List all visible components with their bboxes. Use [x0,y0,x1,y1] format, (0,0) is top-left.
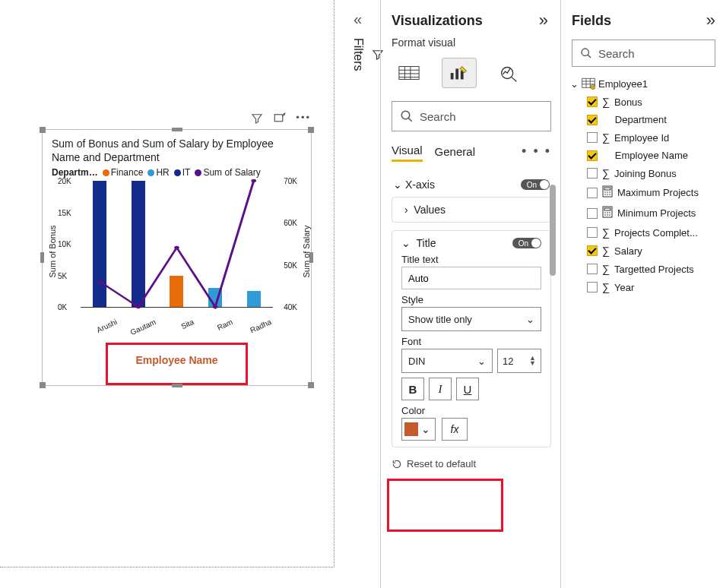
toggle-title[interactable]: On [512,238,541,248]
filters-label: Filters [351,38,365,71]
build-visual-tab-icon[interactable] [392,58,427,88]
svg-rect-12 [451,73,454,79]
collapse-panes-icon[interactable]: « [354,11,362,28]
svg-point-39 [609,212,610,213]
fields-table-row[interactable]: ⌄ Employee1 [561,74,723,93]
sigma-icon: ∑ [602,245,610,257]
select-style[interactable]: Show title only ⌄ [401,307,541,331]
select-font-family[interactable]: DIN ⌄ [401,349,493,373]
expand-pane-icon[interactable]: » [706,11,715,30]
label-title-text: Title text [401,254,541,265]
ytick: 5K [58,271,67,280]
chart-visual-container[interactable]: ••• Sum of Bonus and Sum of Salary by Em… [42,129,312,386]
sigma-icon: ∑ [602,96,610,108]
field-checkbox[interactable] [587,264,598,274]
toggle-x-axis[interactable]: On [521,179,550,190]
more-options-icon[interactable]: ••• [296,112,311,128]
field-item[interactable]: Department [561,111,723,128]
viz-pane-subtitle: Format visual [381,36,559,55]
field-checkbox[interactable] [587,132,598,143]
filter-icon[interactable] [250,112,264,128]
table-name: Employee1 [598,78,648,90]
field-checkbox[interactable] [587,227,598,238]
field-item[interactable]: ∑Targetted Projects [561,260,723,278]
field-checkbox[interactable] [587,96,598,107]
svg-point-38 [607,212,608,213]
group-x-axis[interactable]: ⌄ X-axis On [392,172,551,197]
field-label: Projects Complet... [614,227,698,239]
analytics-tab-icon[interactable] [492,58,527,88]
subgroup-title-header[interactable]: ⌄ Title On [401,237,541,249]
sigma-icon: ∑ [602,263,610,275]
search-placeholder: Search [420,110,456,123]
resize-handle[interactable] [308,127,314,133]
ytick: 70K [284,177,297,185]
viz-search-input[interactable]: Search [392,101,551,131]
color-picker[interactable]: ⌄ [401,418,436,441]
field-label: Year [614,282,634,293]
field-checkbox[interactable] [587,115,598,125]
field-item[interactable]: Maximum Projects [561,182,723,203]
field-item[interactable]: ∑Joining Bonus [561,164,723,182]
subgroup-label: Values [414,204,446,216]
field-label: Minimum Projects [617,207,696,219]
field-item[interactable]: ∑Projects Complet... [561,223,723,242]
fields-search-input[interactable]: Search [572,40,715,67]
field-label: Employee Id [614,132,669,144]
input-title-text[interactable] [401,267,541,289]
legend-swatch-it [174,169,181,176]
resize-handle[interactable] [40,382,46,388]
resize-handle[interactable] [40,127,46,133]
input-font-size[interactable]: 12 ▲▼ [497,349,541,373]
fields-pane: Fields » Search ⌄ Employee1 ∑Bonus Depar… [560,0,723,588]
field-checkbox[interactable] [587,168,598,179]
viz-scrollbar[interactable] [550,185,556,466]
underline-button[interactable]: U [456,378,479,400]
reset-to-default[interactable]: Reset to default [392,458,551,469]
expand-pane-icon[interactable]: » [539,11,548,30]
resize-handle[interactable] [172,384,182,387]
table-icon [582,77,595,90]
reset-icon [392,459,402,469]
label-font: Font [401,336,541,347]
ytick: 40K [284,303,297,311]
field-checkbox[interactable] [587,188,598,198]
chevron-down-icon: ⌄ [421,423,430,435]
field-item[interactable]: Employee Name [561,147,723,164]
legend-swatch-salary [195,169,201,176]
report-canvas[interactable]: ••• Sum of Bonus and Sum of Salary by Em… [0,0,335,567]
field-checkbox[interactable] [587,282,598,292]
subgroup-values[interactable]: › Values [392,197,551,223]
chevron-right-icon: › [404,204,408,216]
bold-button[interactable]: B [401,378,424,400]
resize-handle[interactable] [308,382,314,388]
ytick: 10K [58,240,71,248]
tab-visual[interactable]: Visual [392,141,423,162]
resize-handle[interactable] [172,128,182,131]
svg-line-16 [512,77,517,82]
field-item[interactable]: ∑Year [561,278,723,296]
field-checkbox[interactable] [587,150,598,161]
resize-handle[interactable] [40,252,44,263]
search-icon [400,109,414,123]
color-fx-button[interactable]: fx [442,418,468,441]
field-item[interactable]: ∑Bonus [561,93,723,111]
svg-point-33 [607,194,608,195]
step-down-icon[interactable]: ▼ [529,361,536,366]
chart-plot: Sum of Bonus Sum of Salary 20K 15K 10K 5… [52,181,302,321]
field-item[interactable]: Minimum Projects [561,203,723,223]
field-checkbox[interactable] [587,245,598,256]
italic-button[interactable]: I [429,378,452,400]
field-checkbox[interactable] [587,208,598,219]
svg-point-37 [604,212,606,213]
svg-point-2 [136,305,141,308]
chart-title: Sum of Bonus and Sum of Salary by Employ… [43,130,311,166]
chevron-down-icon: ⌄ [477,356,486,367]
format-visual-tab-icon[interactable] [442,58,477,88]
field-item[interactable]: ∑Salary [561,242,723,260]
chevron-down-icon: ⌄ [401,237,411,249]
focus-mode-icon[interactable] [273,112,287,128]
field-item[interactable]: ∑Employee Id [561,128,723,147]
tab-general[interactable]: General [435,142,475,161]
tabs-more-icon[interactable]: • • • [522,144,551,160]
